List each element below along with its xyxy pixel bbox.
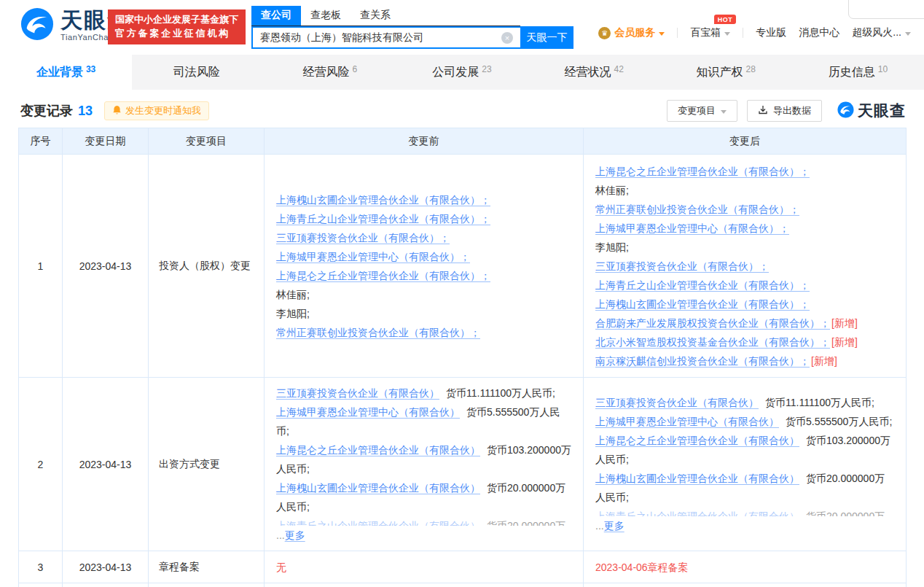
search-button[interactable]: 天眼一下	[520, 26, 573, 49]
tab-intellectual-property[interactable]: 知识产权 28	[660, 55, 792, 90]
truncated-line: 上海青丘之山企业管理合伙企业（有限合伙）货币20.000000万人民币;	[595, 507, 894, 516]
search-area: 查公司 查老板 查关系 × 天眼一下	[251, 6, 573, 49]
clear-search-icon[interactable]: ×	[501, 32, 513, 44]
tab-company-development[interactable]: 公司发展 23	[396, 55, 528, 90]
company-link[interactable]: 上海昆仑之丘企业管理合伙企业（有限合伙）；	[595, 166, 810, 177]
search-input[interactable]	[251, 26, 520, 49]
export-label: 导出数据	[773, 104, 811, 117]
menu-treasure-box[interactable]: 百宝箱 HOT	[690, 26, 730, 39]
item-cell: 出资方式变更	[149, 378, 265, 551]
company-link[interactable]: 常州正赛联创业投资合伙企业（有限合伙）；	[595, 203, 799, 215]
cell-line: 三亚顶赛投资合伙企业（有限合伙）；	[595, 257, 894, 276]
before-cell: 上海槐山玄圃企业管理合伙企业（有限合伙）；上海青丘之山企业管理合伙企业（有限合伙…	[265, 155, 584, 378]
badge-line1: 国家中小企业发展子基金旗下	[115, 13, 238, 27]
company-link[interactable]: 上海青丘之山企业管理合伙企业（有限合伙）；	[276, 213, 490, 225]
section-title: 变更记录	[20, 102, 73, 120]
menu-professional-edition[interactable]: 专业版	[756, 26, 786, 39]
tab-history-info[interactable]: 历史信息 10	[792, 55, 924, 90]
watermark-text: 天眼查	[858, 101, 906, 121]
company-link[interactable]: 上海城甲赛恩企业管理中心（有限合伙）	[276, 406, 460, 418]
cell-line: 2023-04-06章程备案	[595, 558, 894, 577]
change-row: 32023-04-13章程备案无2023-04-06章程备案	[19, 551, 907, 583]
company-link[interactable]: 上海槐山玄圃企业管理合伙企业（有限合伙）	[595, 473, 799, 484]
company-link[interactable]: 三亚顶赛投资合伙企业（有限合伙）	[276, 387, 439, 399]
search-tab-company[interactable]: 查公司	[251, 6, 301, 26]
menu-super-fenghuo[interactable]: 超级风火...	[852, 26, 911, 39]
menu-member-services[interactable]: ♛ 会员服务	[598, 26, 665, 39]
company-link[interactable]: 南京稼沃麒信创业投资合伙企业（有限合伙）；	[595, 355, 810, 367]
cell-line: 上海昆仑之丘企业管理合伙企业（有限合伙）；	[595, 162, 894, 181]
notify-on-change-button[interactable]: 发生变更时通知我	[104, 101, 209, 120]
notify-label: 发生变更时通知我	[125, 104, 201, 117]
tab-judicial-risk[interactable]: 司法风险	[132, 55, 264, 90]
change-records-table: 序号变更日期变更项目变更前变更后 12023-04-13投资人（股权）变更上海槐…	[18, 128, 907, 587]
cell-line: 上海城甲赛恩企业管理中心（有限合伙）货币5.555500万人民币;	[595, 412, 894, 431]
more-link[interactable]: 更多	[285, 529, 305, 541]
cell-line: 上海青丘之山企业管理合伙企业（有限合伙）；	[276, 209, 571, 228]
column-header: 变更前	[265, 128, 584, 155]
tab-label: 经营风险	[303, 65, 350, 80]
menu-divider	[677, 28, 678, 38]
company-link[interactable]: 上海槐山玄圃企业管理合伙企业（有限合伙）	[276, 482, 480, 494]
cell-line: 常州正赛联创业投资合伙企业（有限合伙）；	[595, 200, 894, 219]
cell-text: [新增]	[811, 355, 837, 367]
company-link[interactable]: 上海青丘之山企业管理合伙企业（有限合伙）	[595, 510, 799, 516]
cell-line: 上海槐山玄圃企业管理合伙企业（有限合伙）货币20.000000万人民币;	[595, 469, 894, 507]
company-link[interactable]: 合肥蔚来产业发展股权投资合伙企业（有限合伙）；	[595, 317, 830, 329]
tab-label: 公司发展	[432, 65, 479, 80]
filter-label: 变更项目	[678, 104, 716, 117]
after-cell: 2023-04-06章程备案	[584, 551, 907, 583]
tab-operational-risk[interactable]: 经营风险 6	[264, 55, 396, 90]
cell-line: 上海昆仑之丘企业管理合伙企业（有限合伙）货币103.200000万人民币;	[276, 440, 571, 478]
search-tab-boss[interactable]: 查老板	[301, 6, 351, 26]
company-link[interactable]: 上海昆仑之丘企业管理合伙企业（有限合伙）	[595, 435, 799, 446]
chevron-down-icon	[721, 110, 727, 114]
column-header: 序号	[19, 128, 63, 155]
cell-line: 李旭阳;	[276, 304, 571, 323]
cell-line: 上海城甲赛恩企业管理中心（有限合伙）；	[276, 247, 571, 266]
tab-company-background[interactable]: 企业背景 33	[0, 55, 132, 90]
company-link[interactable]: 上海城甲赛恩企业管理中心（有限合伙）；	[595, 222, 789, 234]
change-item-filter-button[interactable]: 变更项目	[667, 100, 737, 122]
cell-line: 林佳丽;	[595, 181, 894, 200]
change-row: 22023-04-13出资方式变更三亚顶赛投资合伙企业（有限合伙）货币11.11…	[19, 378, 907, 551]
date-cell: 2023-04-13	[63, 378, 149, 551]
company-link[interactable]: 上海槐山玄圃企业管理合伙企业（有限合伙）；	[595, 298, 810, 310]
menu-label: 超级风火...	[852, 26, 901, 39]
cell-text: 林佳丽;	[276, 289, 310, 300]
after-cell: 上海昆仑之丘企业管理合伙企业（有限合伙）；林佳丽;常州正赛联创业投资合伙企业（有…	[584, 155, 907, 378]
no-cell: 2	[19, 378, 63, 551]
company-link[interactable]: 上海昆仑之丘企业管理合伙企业（有限合伙）；	[276, 270, 490, 281]
menu-message-center[interactable]: 消息中心	[799, 26, 839, 39]
date-cell: 2023-04-13	[63, 583, 149, 587]
tab-label: 知识产权	[697, 65, 743, 80]
company-link[interactable]: 上海城甲赛恩企业管理中心（有限合伙）	[595, 416, 779, 427]
menu-label: 专业版	[756, 26, 786, 39]
company-link[interactable]: 上海青丘之山企业管理合伙企业（有限合伙）	[276, 520, 480, 526]
tab-label: 企业背景	[36, 65, 83, 80]
company-link[interactable]: 三亚顶赛投资合伙企业（有限合伙）；	[276, 232, 450, 244]
truncated-line: 上海青丘之山企业管理合伙企业（有限合伙）货币20.000000万人民币;	[276, 516, 571, 526]
company-link[interactable]: 上海城甲赛恩企业管理中心（有限合伙）；	[276, 251, 470, 263]
company-link[interactable]: 三亚顶赛投资合伙企业（有限合伙）	[595, 397, 759, 408]
tab-operating-status[interactable]: 经营状况 42	[528, 55, 660, 90]
table-header-row: 序号变更日期变更项目变更前变更后	[19, 128, 907, 155]
company-link[interactable]: 上海青丘之山企业管理合伙企业（有限合伙）；	[595, 279, 810, 291]
cell-line: 上海槐山玄圃企业管理合伙企业（有限合伙）；	[595, 295, 894, 314]
more-link[interactable]: 更多	[604, 520, 625, 532]
search-tab-relation[interactable]: 查关系	[351, 6, 400, 26]
company-link[interactable]: 上海昆仑之丘企业管理合伙企业（有限合伙）	[276, 444, 480, 456]
company-link[interactable]: 三亚顶赛投资合伙企业（有限合伙）；	[595, 260, 769, 272]
company-link[interactable]: 常州正赛联创业投资合伙企业（有限合伙）；	[276, 327, 480, 338]
no-cell: 1	[19, 155, 63, 378]
before-cell: 三亚顶赛投资合伙企业（有限合伙）货币11.111100万人民币;上海城甲赛恩企业…	[265, 378, 584, 551]
company-link[interactable]: 北京小米智造股权投资基金合伙企业（有限合伙）；	[595, 336, 830, 348]
cell-line: 李旭阳;	[595, 238, 894, 257]
company-link[interactable]: 上海槐山玄圃企业管理合伙企业（有限合伙）；	[276, 194, 490, 206]
cell-text: [新增]	[831, 317, 858, 329]
export-data-button[interactable]: 导出数据	[747, 100, 822, 122]
tianyancha-logo-icon	[20, 7, 54, 44]
cell-line: 上海昆仑之丘企业管理合伙企业（有限合伙）；	[276, 266, 571, 285]
tab-label: 经营状况	[564, 65, 611, 80]
tianyancha-logo-icon	[837, 101, 854, 121]
